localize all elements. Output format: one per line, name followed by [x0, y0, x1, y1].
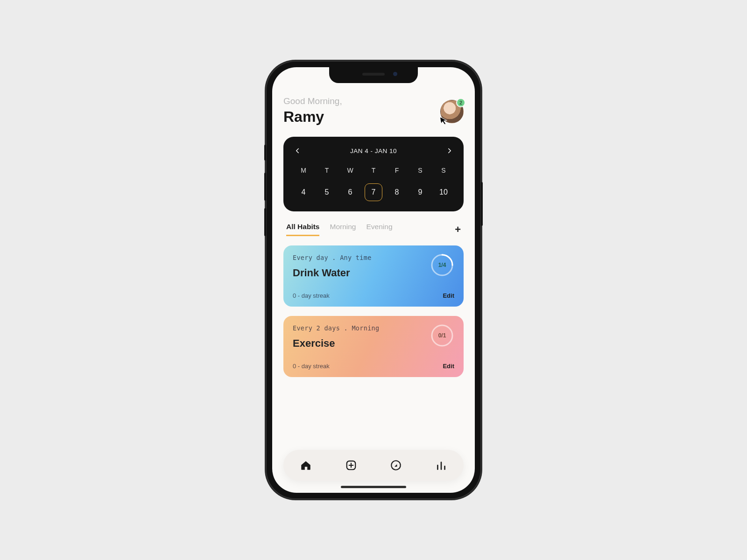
home-icon — [300, 459, 312, 471]
phone-notch — [329, 67, 418, 83]
notification-badge: 2 — [456, 98, 465, 107]
calendar-dow: F — [385, 167, 409, 174]
habit-card[interactable]: Every 2 days . Morning Exercise 0/1 0 - … — [283, 316, 464, 377]
calendar-day[interactable]: 9 — [409, 183, 432, 201]
compass-icon — [390, 459, 402, 471]
tab-all-habits[interactable]: All Habits — [286, 223, 319, 236]
user-name: Ramy — [283, 108, 342, 126]
header: Good Morning, Ramy 2 — [283, 96, 464, 126]
calendar-prev-button[interactable] — [292, 145, 303, 156]
phone-screen: Good Morning, Ramy 2 JAN 4 - JAN 10 — [272, 67, 475, 493]
phone-frame: Good Morning, Ramy 2 JAN 4 - JAN 10 — [266, 61, 481, 499]
calendar-day[interactable]: 5 — [315, 183, 338, 201]
habit-edit-button[interactable]: Edit — [443, 363, 454, 370]
calendar-dow: W — [338, 167, 362, 174]
nav-explore[interactable] — [387, 456, 405, 475]
habit-card[interactable]: Every day . Any time Drink Water 1/4 0 -… — [283, 245, 464, 307]
calendar-day[interactable]: 10 — [432, 183, 455, 201]
calendar-day[interactable]: 6 — [338, 183, 362, 201]
header-text: Good Morning, Ramy — [283, 96, 342, 126]
calendar-next-button[interactable] — [444, 145, 455, 156]
home-indicator — [341, 486, 406, 488]
nav-add[interactable] — [342, 456, 360, 475]
bottom-nav — [283, 450, 464, 481]
plus-icon: + — [455, 224, 461, 235]
habit-tabs: All Habits Morning Evening — [286, 223, 393, 236]
habit-progress-ring[interactable]: 0/1 — [430, 323, 454, 348]
calendar-dow: T — [362, 167, 385, 174]
phone-side-button — [481, 182, 483, 226]
calendar-dow: S — [432, 167, 455, 174]
tab-evening[interactable]: Evening — [366, 223, 392, 236]
habit-progress-ring[interactable]: 1/4 — [430, 253, 454, 277]
calendar-day[interactable]: 8 — [385, 183, 409, 201]
habit-progress-label: 1/4 — [430, 253, 454, 277]
phone-side-button — [264, 208, 266, 236]
phone-side-button — [264, 173, 266, 201]
tab-morning[interactable]: Morning — [330, 223, 356, 236]
habit-tabs-row: All Habits Morning Evening + — [283, 223, 464, 236]
greeting-text: Good Morning, — [283, 96, 342, 106]
nav-stats[interactable] — [432, 456, 451, 475]
calendar-grid: M T W T F S S 4 5 6 7 8 9 10 — [292, 167, 455, 201]
phone-side-button — [264, 145, 266, 161]
chevron-right-icon — [445, 147, 454, 155]
habit-streak: 0 - day streak — [293, 363, 330, 370]
add-habit-filter-button[interactable]: + — [455, 224, 461, 236]
week-calendar: JAN 4 - JAN 10 M T W T F S S 4 5 6 7 — [283, 137, 464, 211]
calendar-range-label: JAN 4 - JAN 10 — [350, 147, 397, 154]
bar-chart-icon — [435, 459, 447, 471]
habit-edit-button[interactable]: Edit — [443, 292, 454, 299]
chevron-left-icon — [293, 147, 302, 155]
app-content: Good Morning, Ramy 2 JAN 4 - JAN 10 — [272, 67, 475, 493]
habit-progress-label: 0/1 — [430, 323, 454, 348]
calendar-day[interactable]: 4 — [292, 183, 315, 201]
habit-streak: 0 - day streak — [293, 292, 330, 299]
calendar-header: JAN 4 - JAN 10 — [292, 145, 455, 156]
calendar-dow: S — [409, 167, 432, 174]
plus-square-icon — [345, 459, 357, 471]
nav-home[interactable] — [296, 456, 315, 475]
calendar-dow: T — [315, 167, 338, 174]
calendar-day-selected[interactable]: 7 — [365, 183, 382, 201]
habit-list: Every day . Any time Drink Water 1/4 0 -… — [283, 245, 464, 377]
calendar-dow: M — [292, 167, 315, 174]
